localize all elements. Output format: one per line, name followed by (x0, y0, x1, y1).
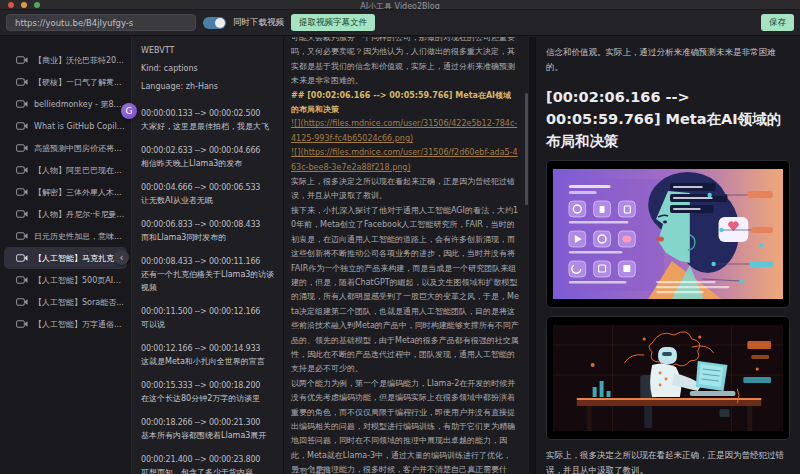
markdown-text-line: 接下来，小扎深入探讨了他对于通用人工智能AGI的看法，大约10年前，Meta创立… (291, 204, 519, 377)
sidebar-item[interactable]: 【人物】阿里巴巴现在... (0, 159, 131, 181)
video-camera-icon (16, 276, 28, 284)
video-title: 【人工智能】万字通俗... (34, 319, 122, 330)
markdown-text-line: 可能又会裁判服务一个同样的公司，那做的对现在的公司还重要吗，又何必要卖呢？因为他… (291, 37, 519, 89)
video-title: 日元历史性加息，意味... (34, 231, 122, 242)
sidebar-item[interactable]: 【商业】沃伦巴菲特20... (0, 49, 131, 71)
cue-timestamp: 00:00:21.400 --> 00:00:23.800 (141, 453, 277, 466)
subtitle-file-header: WEBVTTKind: captionsLanguage: zh-Hans (141, 42, 277, 96)
cue-text: 大家好，这里是最佳拍档，我是大飞 (141, 120, 277, 133)
editor-scrollbar-thumb[interactable] (525, 93, 528, 205)
sidebar-collapse-button[interactable]: ‹ (114, 250, 129, 265)
video-camera-icon (16, 188, 28, 196)
video-camera-icon (16, 298, 28, 306)
subtitle-cue: 00:00:18.266 --> 00:00:21.300基本所有内容都围绕着L… (141, 416, 277, 442)
preview-body: 实际上，很多决定之所以现在看起来正确，正是因为曾经犯过错误，并且从中汲取了教训。… (546, 448, 790, 474)
assistant-floating-button[interactable]: G (121, 103, 137, 119)
markdown-heading-line: ## [00:02:06.166 --> 00:05:59.766] Meta在… (291, 89, 519, 118)
video-title: 【人工智能】马克扎克... (34, 253, 122, 264)
cue-text: 可以说 (141, 318, 277, 331)
preview-paragraph: 实际上，很多决定之所以现在看起来正确，正是因为曾经犯过错误，并且从中汲取了教训。 (546, 448, 790, 474)
video-title: 【人工智能】500页AI报... (34, 275, 125, 286)
titlebar: AI小工具 Video2Blog (0, 0, 800, 10)
markdown-preview-panel: 信念和价值观。实际上，通过分析来准确预测未来是非常困难的。 [00:02:06.… (536, 37, 800, 474)
video-camera-icon (16, 144, 28, 152)
subtitle-cue: 00:00:04.666 --> 00:00:06.533让无数AI从业者无眠 (141, 181, 277, 207)
cue-text: 让无数AI从业者无眠 (141, 194, 277, 207)
sidebar-item[interactable]: 高盛预测中国房价还将... (0, 137, 131, 159)
preview-image-1 (546, 160, 790, 308)
cue-timestamp: 00:00:12.166 --> 00:00:14.933 (141, 342, 277, 355)
preview-section-heading: [00:02:06.166 --> 00:05:59.766] Meta在AI领… (546, 86, 790, 152)
cue-timestamp: 00:00:11.500 --> 00:00:12.166 (141, 305, 277, 318)
cue-timestamp: 00:00:08.433 --> 00:00:11.166 (141, 255, 277, 268)
app-window: AI小工具 Video2Blog 同时下载视频 提取视频字幕文件 保存 【商业】… (0, 0, 800, 474)
subtitle-cue: 00:00:06.833 --> 00:00:08.433而和Llama3同时发… (141, 218, 277, 244)
sidebar-item[interactable]: belliedmonkey - 第87... (0, 93, 131, 115)
subtitle-header-line: WEBVTT (141, 42, 277, 60)
subtitle-cue: 00:00:12.166 --> 00:00:14.933这就是Meta和小扎向… (141, 342, 277, 368)
subtitle-cue: 00:00:21.400 --> 00:00:23.800可想而知，包含了多少干… (141, 453, 277, 474)
cyborg-laptop-illustration (553, 325, 783, 431)
video-camera-icon (16, 78, 28, 86)
download-video-toggle-label: 同时下载视频 (233, 17, 284, 29)
cue-text: 还有一个扎克伯格关于Llama3的访谈视频 (141, 268, 277, 294)
subtitle-cue: 00:00:15.333 --> 00:00:18.200在这个长达80分钟2万… (141, 379, 277, 405)
window-title: AI小工具 Video2Blog (0, 1, 800, 10)
video-camera-icon (16, 56, 28, 64)
markdown-editor-content[interactable]: 可能又会裁判服务一个同样的公司，那做的对现在的公司还重要吗，又何必要卖呢？因为他… (291, 37, 519, 474)
toolbar: 同时下载视频 提取视频字幕文件 保存 (0, 10, 800, 36)
video-url-input[interactable] (6, 14, 196, 31)
video-title: 【解密】三体外星人木... (34, 187, 122, 198)
subtitle-header-line: Kind: captions (141, 60, 277, 78)
cue-timestamp: 00:00:15.333 --> 00:00:18.200 (141, 379, 277, 392)
markdown-image-link: ![](https://files.mdnice.com/user/31506/… (291, 117, 519, 146)
markdown-editor-panel[interactable]: 可能又会裁判服务一个同样的公司，那做的对现在的公司还重要吗，又何必要卖呢？因为他… (284, 37, 530, 474)
markdown-image-link: ![](https://files.mdnice.com/user/31506/… (291, 146, 519, 175)
video-title: 【人工智能】Sora能否... (34, 297, 124, 308)
cue-timestamp: 00:00:04.666 --> 00:00:06.533 (141, 181, 277, 194)
markdown-text-line: 以两个能力为例，第一个是编码能力，Llama-2在开发的时候并没有优先考虑编码功… (291, 377, 519, 474)
preview-intro-paragraph: 信念和价值观。实际上，通过分析来准确预测未来是非常困难的。 (546, 45, 790, 74)
video-title: 【人物】阿里巴巴现在... (34, 165, 122, 176)
subtitle-text-panel[interactable]: WEBVTTKind: captionsLanguage: zh-Hans00:… (132, 37, 284, 474)
cue-timestamp: 00:00:00.133 --> 00:00:02.500 (141, 107, 277, 120)
cue-timestamp: 00:00:02.633 --> 00:00:04.666 (141, 144, 277, 157)
sidebar-item[interactable]: 【硬核】一口气了解黄... (0, 71, 131, 93)
sidebar-item[interactable]: 【人工智能】马克扎克... (4, 247, 127, 269)
video-camera-icon (16, 232, 28, 240)
toggle-knob (215, 18, 225, 28)
woman-ai-illustration (553, 169, 783, 299)
cue-text: 可想而知，包含了多少干货内容 (141, 466, 277, 474)
cue-text: 在这个长达80分钟2万字的访谈里 (141, 392, 277, 405)
video-camera-icon (16, 254, 28, 262)
video-title: belliedmonkey - 第87... (34, 99, 125, 110)
cue-timestamp: 00:00:06.833 --> 00:00:08.433 (141, 218, 277, 231)
video-title: 高盛预测中国房价还将... (34, 143, 122, 154)
subtitle-cue: 00:00:02.633 --> 00:00:04.666相信昨天晚上Llama… (141, 144, 277, 170)
cue-text: 基本所有内容都围绕着Llama3展开 (141, 429, 277, 442)
video-title: 【硬核】一口气了解黄... (34, 77, 122, 88)
preview-image-2 (546, 316, 790, 440)
video-camera-icon (16, 100, 28, 108)
sidebar-item[interactable]: 日元历史性加息，意味... (0, 225, 131, 247)
video-title: 【人物】丹尼尔·卡尼曼... (34, 209, 124, 220)
sidebar-item[interactable]: 【解密】三体外星人木... (0, 181, 131, 203)
sidebar-item[interactable]: 【人物】丹尼尔·卡尼曼... (0, 203, 131, 225)
subtitle-cue: 00:00:11.500 --> 00:00:12.166可以说 (141, 305, 277, 331)
download-video-toggle[interactable] (203, 17, 226, 29)
video-camera-icon (16, 210, 28, 218)
video-camera-icon (16, 320, 28, 328)
video-title: 【商业】沃伦巴菲特20... (34, 55, 124, 66)
sidebar-item[interactable]: What is GitHub Copilot... (0, 115, 131, 137)
subtitle-cue: 00:00:00.133 --> 00:00:02.500大家好，这里是最佳拍档… (141, 107, 277, 133)
sidebar-item[interactable]: 【人工智能】万字通俗... (0, 313, 131, 335)
sidebar-item[interactable]: 【人工智能】500页AI报... (0, 269, 131, 291)
extract-subtitles-button[interactable]: 提取视频字幕文件 (291, 14, 375, 31)
cue-text: 相信昨天晚上Llama3的发布 (141, 157, 277, 170)
video-title: What is GitHub Copilot... (34, 122, 125, 131)
subtitle-cue: 00:00:08.433 --> 00:00:11.166还有一个扎克伯格关于L… (141, 255, 277, 294)
cue-text: 而和Llama3同时发布的 (141, 231, 277, 244)
save-button[interactable]: 保存 (761, 14, 794, 31)
video-camera-icon (16, 166, 28, 174)
sidebar-item[interactable]: 【人工智能】Sora能否... (0, 291, 131, 313)
